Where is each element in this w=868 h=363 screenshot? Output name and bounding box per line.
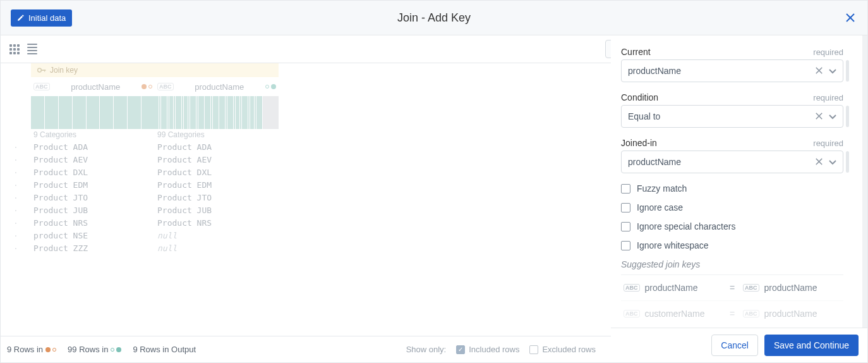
ignore-special-checkbox[interactable]: Ignore special characters (621, 221, 843, 231)
config-scroll[interactable]: Current required productName Condition r… (611, 35, 867, 328)
save-continue-button[interactable]: Save and Continue (764, 335, 859, 356)
grid-view-button[interactable] (8, 43, 21, 56)
fuzzy-match-label: Fuzzy match (637, 183, 687, 194)
included-rows-checkbox[interactable]: ✓ Included rows (456, 345, 519, 354)
key-icon (37, 67, 46, 73)
equals-icon: = (728, 283, 737, 293)
cell: Product ZZZ (31, 243, 155, 253)
column-header-joined: ABC productName (155, 82, 279, 92)
suggested-heading: Suggested join keys (621, 259, 843, 269)
row-marker: · (1, 243, 31, 253)
checkbox-icon (621, 241, 630, 250)
fuzzy-match-checkbox[interactable]: Fuzzy match (621, 183, 843, 194)
categories-count: 99 Categories (155, 129, 279, 140)
close-button[interactable] (843, 8, 857, 28)
ignore-whitespace-checkbox[interactable]: Ignore whitespace (621, 240, 843, 250)
join-key-label: Join key (50, 66, 78, 75)
show-only-label: Show only: (406, 345, 447, 354)
svg-rect-5 (41, 70, 46, 71)
current-select[interactable]: productName (621, 59, 843, 82)
chevron-down-icon (829, 66, 836, 76)
condition-field-label-row: Condition required (621, 92, 843, 102)
clear-current-button[interactable] (814, 65, 824, 77)
cancel-button[interactable]: Cancel (711, 335, 758, 356)
suggestion-left: productName (645, 283, 698, 293)
x-icon (816, 158, 823, 165)
current-field-label: Current (621, 47, 651, 57)
cell: Product EDM (31, 180, 155, 190)
config-panel: Current required productName Condition r… (611, 35, 867, 362)
checkbox-icon (621, 203, 630, 212)
cell: null (155, 231, 279, 240)
panel-footer: Cancel Save and Continue (611, 328, 867, 362)
suggestion-row[interactable]: ABC customerName = ABC productName (621, 300, 843, 326)
required-tag: required (813, 93, 843, 102)
suggestion-right: productName (764, 309, 817, 319)
excluded-rows-label: Excluded rows (542, 345, 596, 354)
condition-field-label: Condition (621, 92, 658, 102)
cell: null (155, 243, 279, 253)
clear-condition-button[interactable] (814, 110, 824, 123)
type-badge-icon: ABC (624, 310, 640, 317)
type-badge-icon: ABC (33, 83, 50, 90)
checkbox-icon (621, 222, 630, 231)
rows-in-source2: 99 Rows in (68, 345, 121, 354)
cell: Product JUB (31, 206, 155, 215)
chevron-down-icon (829, 111, 836, 121)
suggestion-row[interactable]: ABC productName = ABC productName (621, 274, 843, 300)
pencil-icon (17, 14, 25, 22)
table-row: ·product NSEnull (1, 229, 611, 242)
current-select-value: productName (628, 66, 809, 76)
dialog-header: Initial data Join - Add Key (1, 1, 867, 35)
histogram-joined: 99 Categories (155, 96, 279, 140)
initial-data-label: Initial data (28, 13, 66, 23)
clear-joined-button[interactable] (814, 156, 824, 168)
table-row: ·Product ZZZnull (1, 242, 611, 254)
type-badge-icon: ABC (743, 310, 759, 317)
close-icon (846, 13, 855, 22)
required-tag: required (813, 138, 843, 148)
grid-icon (9, 44, 20, 54)
list-view-button[interactable] (26, 42, 39, 56)
table-row: ·Product ADAProduct ADA (1, 140, 611, 153)
histogram-row: 9 Categories 99 Categories (31, 96, 279, 140)
cell: Product DXL (31, 168, 155, 177)
join-key-banner: Join key (31, 63, 279, 77)
cell: Product JTO (155, 193, 279, 202)
cell: Product NRS (31, 218, 155, 228)
ignore-case-label: Ignore case (637, 202, 683, 212)
table-row: ·Product JUBProduct JUB (1, 204, 611, 216)
rows-in-source1: 9 Rows in (7, 345, 56, 354)
source-indicator-orange (142, 84, 152, 89)
row-marker: · (1, 142, 31, 152)
joined-field-label: Joined-in (621, 138, 657, 148)
row-marker: · (1, 218, 31, 228)
data-preview: Join key ABC productName ABC productName… (1, 63, 611, 336)
dialog-title: Join - Add Key (397, 11, 471, 25)
condition-select-value: Equal to (628, 111, 809, 121)
condition-select[interactable]: Equal to (621, 105, 843, 128)
equals-icon: = (728, 309, 737, 319)
cell: Product AEV (31, 155, 155, 164)
chevron-down-icon (829, 157, 836, 167)
data-rows: ·Product ADAProduct ADA·Product AEVProdu… (1, 140, 611, 254)
current-field-label-row: Current required (621, 47, 843, 57)
joined-select-value: productName (628, 157, 809, 167)
table-row: ·Product EDMProduct EDM (1, 178, 611, 191)
column-name: productName (178, 82, 262, 92)
column-name: productName (54, 82, 138, 92)
ignore-case-checkbox[interactable]: Ignore case (621, 202, 843, 212)
cell: Product ADA (31, 142, 155, 152)
cell: Product JTO (31, 193, 155, 202)
row-marker: · (1, 168, 31, 177)
row-marker: · (1, 206, 31, 215)
source-indicator-teal (265, 84, 276, 89)
excluded-rows-checkbox[interactable]: Excluded rows (529, 345, 596, 354)
list-icon (27, 44, 37, 54)
cell: Product ADA (155, 142, 279, 152)
joined-select[interactable]: productName (621, 151, 843, 173)
footer-bar: 9 Rows in 99 Rows in 9 Rows in Output Sh… (1, 336, 611, 362)
initial-data-button[interactable]: Initial data (11, 9, 72, 27)
type-badge-icon: ABC (743, 284, 759, 292)
cell: Product EDM (155, 180, 279, 190)
